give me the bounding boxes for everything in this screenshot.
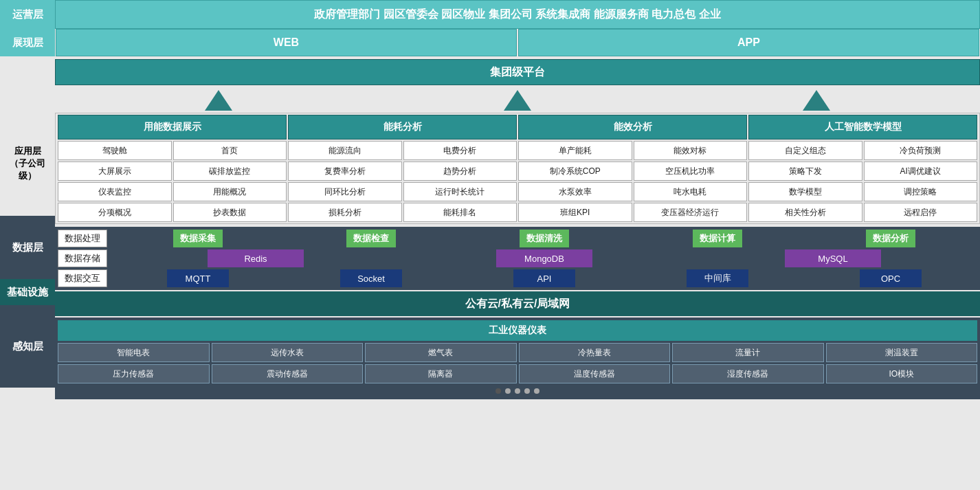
label-spacer1 xyxy=(0,56,55,111)
data-btn-redis: Redis xyxy=(208,249,304,267)
data-btn-socket: Socket xyxy=(340,269,402,287)
app-cell: 驾驶舱 xyxy=(58,141,172,160)
app-cell: 数学模型 xyxy=(748,182,862,201)
data-row-0: 数据处理 数据采集 数据检查 数据清洗 数据计算 数据分析 xyxy=(58,230,977,247)
main-container: 运营层 展现层 应用层 （子公司级） 数据层 基础设施 感知层 政府管理部门 园… xyxy=(0,0,980,490)
app-cell: 相关性分析 xyxy=(748,203,862,222)
app-cell: 调控策略 xyxy=(864,182,978,201)
app-cell: 空压机比功率 xyxy=(634,162,748,181)
zx-app: APP xyxy=(518,29,979,56)
app-section-0: 驾驶舱 首页 大屏展示 碳排放监控 仪表监控 用能概况 分项概况 抄表数据 xyxy=(58,141,287,222)
data-btn-opc: OPC xyxy=(860,269,922,287)
ganzhi-cell: 流量计 xyxy=(672,343,824,362)
label-infra: 基础设施 xyxy=(0,279,55,305)
app-cell: 班组KPI xyxy=(518,203,632,222)
left-labels: 运营层 展现层 应用层 （子公司级） 数据层 基础设施 感知层 xyxy=(0,0,55,490)
yunying-row: 政府管理部门 园区管委会 园区物业 集团公司 系统集成商 能源服务商 电力总包 … xyxy=(55,0,980,29)
app-grid-1: 能源流向 电费分析 复费率分析 趋势分析 同环比分析 运行时长统计 损耗分析 能… xyxy=(288,141,517,222)
ganzhi-cell: 燃气表 xyxy=(365,343,517,362)
ganzhi-cell: IO模块 xyxy=(826,364,978,383)
app-section-1: 能源流向 电费分析 复费率分析 趋势分析 同环比分析 运行时长统计 损耗分析 能… xyxy=(288,141,517,222)
data-btn-fenxi: 数据分析 xyxy=(866,230,915,247)
app-cell: 趋势分析 xyxy=(403,162,517,181)
data-label-cunchu: 数据存储 xyxy=(58,249,107,267)
app-cell: 单产能耗 xyxy=(518,141,632,160)
app-cell: 冷负荷预测 xyxy=(864,141,978,160)
data-btn-jiancha: 数据检查 xyxy=(346,230,396,247)
app-header-0: 用能数据展示 xyxy=(58,115,287,140)
zhanxian-row: WEB APP xyxy=(55,29,980,56)
data-label-chuliee: 数据处理 xyxy=(58,230,107,247)
ganzhi-title: 工业仪器仪表 xyxy=(58,320,977,341)
app-cell: 制冷系统COP xyxy=(518,162,632,181)
app-cell: 变压器经济运行 xyxy=(634,203,748,222)
arrows-row xyxy=(55,88,980,113)
zx-web: WEB xyxy=(56,29,517,56)
ganzhi-cell: 远传水表 xyxy=(212,343,364,362)
app-cell: 抄表数据 xyxy=(173,203,287,222)
ganzhi-cell: 压力传感器 xyxy=(58,364,210,383)
arrow-2 xyxy=(504,90,531,111)
dots-row xyxy=(58,386,977,397)
app-cell: 同环比分析 xyxy=(288,182,402,201)
infra-row: 公有云/私有云/局域网 xyxy=(55,291,980,316)
data-btn-caiji: 数据采集 xyxy=(173,230,223,247)
app-cell: 复费率分析 xyxy=(288,162,402,181)
data-btn-jisuan: 数据计算 xyxy=(693,230,742,247)
data-btn-mysql: MySQL xyxy=(785,249,881,267)
arrow-3 xyxy=(803,90,830,111)
main-content: 政府管理部门 园区管委会 园区物业 集团公司 系统集成商 能源服务商 电力总包 … xyxy=(55,0,980,490)
dot-3 xyxy=(515,388,520,394)
app-cell: 首页 xyxy=(173,141,287,160)
app-grid-3: 自定义组态 冷负荷预测 策略下发 AI调优建议 数学模型 调控策略 相关性分析 … xyxy=(748,141,977,222)
app-cell: 策略下发 xyxy=(748,162,862,181)
ganzhi-section: 工业仪器仪表 智能电表 远传水表 燃气表 冷热量表 流量计 测温装置 压力传感器… xyxy=(55,318,980,399)
ganzhi-row2: 压力传感器 震动传感器 隔离器 温度传感器 湿度传感器 IO模块 xyxy=(58,364,977,383)
app-cell: 能源流向 xyxy=(288,141,402,160)
yunying-content: 政府管理部门 园区管委会 园区物业 集团公司 系统集成商 能源服务商 电力总包 … xyxy=(314,8,720,22)
infra-content: 公有云/私有云/局域网 xyxy=(465,297,570,311)
label-zhanxian: 展现层 xyxy=(0,29,55,56)
app-cell: 水泵效率 xyxy=(518,182,632,201)
dot-5 xyxy=(534,388,539,394)
arrow-1 xyxy=(205,90,232,111)
data-label-jiaohu: 数据交互 xyxy=(58,269,107,287)
app-grid-2: 单产能耗 能效对标 制冷系统COP 空压机比功率 水泵效率 吨水电耗 班组KPI… xyxy=(518,141,747,222)
app-header-2: 能效分析 xyxy=(518,115,747,140)
app-cell: 用能概况 xyxy=(173,182,287,201)
dot-2 xyxy=(505,388,511,394)
data-row-1: 数据存储 Redis MongoDB MySQL xyxy=(58,249,977,267)
app-section-3: 自定义组态 冷负荷预测 策略下发 AI调优建议 数学模型 调控策略 相关性分析 … xyxy=(748,141,977,222)
app-cell: AI调优建议 xyxy=(864,162,978,181)
app-cell: 损耗分析 xyxy=(288,203,402,222)
ganzhi-cell: 隔离器 xyxy=(365,364,517,383)
ganzhi-cell: 冷热量表 xyxy=(519,343,671,362)
yingyong-section: 用能数据展示 能耗分析 能效分析 人工智能数学模型 驾驶舱 首页 大屏展示 碳排… xyxy=(55,113,980,224)
jituan-title: 集团级平台 xyxy=(490,65,545,80)
app-cell: 自定义组态 xyxy=(748,141,862,160)
ganzhi-row1: 智能电表 远传水表 燃气表 冷热量表 流量计 测温装置 xyxy=(58,343,977,362)
data-row-2: 数据交互 MQTT Socket API 中间库 OPC xyxy=(58,269,977,287)
data-btn-zhongjianku: 中间库 xyxy=(687,269,748,287)
ganzhi-cell: 温度传感器 xyxy=(519,364,671,383)
app-cell: 电费分析 xyxy=(403,141,517,160)
dot-4 xyxy=(524,388,530,394)
label-data: 数据层 xyxy=(0,216,55,279)
data-section: 数据处理 数据采集 数据检查 数据清洗 数据计算 数据分析 数据存储 Redis xyxy=(55,227,980,290)
app-cell: 碳排放监控 xyxy=(173,162,287,181)
app-cell: 大屏展示 xyxy=(58,162,172,181)
data-btn-mongodb: MongoDB xyxy=(496,249,592,267)
label-yunying: 运营层 xyxy=(0,0,55,29)
ganzhi-cell: 智能电表 xyxy=(58,343,210,362)
app-section-2: 单产能耗 能效对标 制冷系统COP 空压机比功率 水泵效率 吨水电耗 班组KPI… xyxy=(518,141,747,222)
jituan-row: 集团级平台 xyxy=(55,59,980,85)
dot-1 xyxy=(495,388,501,394)
app-header-1: 能耗分析 xyxy=(288,115,517,140)
app-cell: 运行时长统计 xyxy=(403,182,517,201)
label-ganzhi: 感知层 xyxy=(0,305,55,388)
app-headers: 用能数据展示 能耗分析 能效分析 人工智能数学模型 xyxy=(57,115,978,140)
app-cell: 吨水电耗 xyxy=(634,182,748,201)
ganzhi-cell: 震动传感器 xyxy=(212,364,364,383)
label-yingyong: 应用层 （子公司级） xyxy=(0,111,55,216)
data-btn-qingxi: 数据清洗 xyxy=(520,230,569,247)
